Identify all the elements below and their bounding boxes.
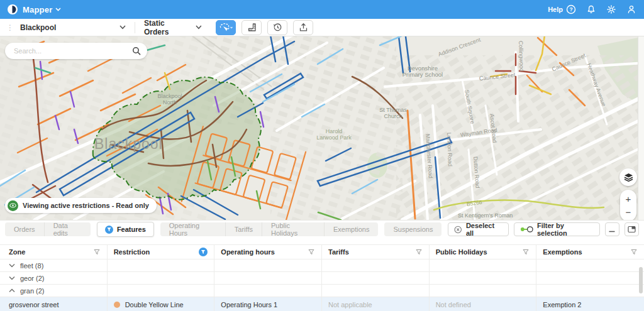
eye-icon [9, 203, 16, 208]
app-title: Mapper [23, 5, 52, 14]
column-header-tariffs[interactable]: Tariffs [322, 245, 430, 259]
panel-tabbar: Orders Data edits Features Operating Hou… [0, 221, 644, 238]
tab-features[interactable]: Features [97, 222, 154, 237]
column-header-zone[interactable]: Zone [0, 245, 108, 259]
settings-gear-icon[interactable] [606, 4, 616, 14]
drag-handle-icon[interactable]: ⋮ [6, 23, 14, 32]
read-only-status-badge: Viewing active restrictions - Read only [5, 198, 157, 213]
tab-operating-hours[interactable]: Operating Hours [160, 222, 225, 236]
filter-icon[interactable] [93, 248, 101, 256]
data-panel: Orders Data edits Features Operating Hou… [0, 220, 644, 311]
panel-layout-icon [628, 226, 636, 233]
filter-by-selection-label: Filter by selection [537, 222, 594, 237]
tab-orders[interactable]: Orders [5, 222, 44, 236]
group-label: gran (2) [20, 287, 45, 295]
eye-badge [8, 200, 18, 211]
lasso-select-icon [219, 23, 233, 33]
filter-icon[interactable] [522, 248, 530, 256]
toolbar-divider [135, 22, 135, 33]
filter-active-icon[interactable] [199, 248, 208, 256]
tab-data-edits[interactable]: Data edits [44, 222, 91, 236]
svg-text:?: ? [569, 6, 572, 13]
table-row-grosvenor-street[interactable]: grosvenor street Double Yellow Line Oper… [0, 297, 644, 311]
order-type-selector[interactable]: Static Orders [144, 19, 202, 36]
notifications-bell-icon[interactable] [586, 4, 596, 14]
export-button[interactable] [293, 20, 313, 35]
deselect-all-button[interactable]: Deselect all [448, 222, 508, 236]
column-label: Restriction [114, 248, 150, 256]
filter-icon[interactable] [415, 248, 423, 256]
tab-suspensions[interactable]: Suspensions [384, 222, 441, 236]
restriction-color-dot [114, 302, 120, 308]
layers-icon [624, 173, 633, 182]
tab-group-right: Suspensions [384, 222, 441, 236]
tab-group-left: Orders Data edits [5, 222, 91, 236]
cell-tariffs[interactable]: Not applicable [322, 297, 430, 311]
app-header: Mapper Help ? [0, 0, 644, 19]
column-label: Operating hours [221, 248, 275, 256]
region-selector[interactable]: Blackpool [20, 23, 126, 32]
tab-group-middle: Operating Hours Tariffs Public Holidays … [160, 222, 379, 236]
history-button[interactable] [267, 20, 287, 35]
cell-zone[interactable]: grosvenor street [0, 297, 108, 311]
chevron-down-icon [119, 25, 126, 30]
app-logo-icon [8, 4, 18, 14]
column-header-public-holidays[interactable]: Public Holidays [430, 245, 537, 259]
column-label: Zone [9, 248, 25, 256]
features-filter-badge [105, 226, 113, 234]
cell-restriction[interactable]: Double Yellow Line [108, 297, 215, 311]
map-view[interactable]: Blackpool Blackpool North Devonshire Pri… [0, 36, 644, 220]
scrollbar-thumb[interactable] [639, 267, 643, 293]
zoom-in-button[interactable]: + [626, 194, 631, 204]
group-row-gran[interactable]: gran (2) [0, 285, 644, 297]
tab-exemptions[interactable]: Exemptions [324, 222, 378, 236]
chevron-up-icon[interactable] [9, 288, 15, 293]
column-header-exemptions[interactable]: Exemptions [536, 245, 644, 259]
tab-tariffs[interactable]: Tariffs [225, 222, 262, 236]
deselect-all-label: Deselect all [466, 222, 502, 237]
upload-icon [299, 23, 308, 32]
history-clock-icon [273, 23, 282, 32]
column-label: Exemptions [543, 248, 582, 256]
filter-icon[interactable] [630, 248, 638, 256]
layers-button[interactable] [619, 168, 637, 186]
app-menu-chevron-icon[interactable] [55, 8, 61, 11]
column-header-restriction[interactable]: Restriction [108, 245, 215, 259]
chevron-down-icon[interactable] [9, 276, 15, 280]
cell-operating-hours[interactable]: Operating Hours 1 [214, 297, 322, 311]
search-icon[interactable] [132, 46, 141, 55]
group-label: geor (2) [20, 275, 45, 282]
status-badge-text: Viewing active restrictions - Read only [23, 202, 149, 209]
collapsed-side-panel[interactable] [638, 36, 644, 220]
user-account-icon[interactable] [626, 4, 636, 14]
zoom-out-button[interactable]: − [626, 207, 631, 217]
chevron-down-icon [196, 25, 202, 30]
cell-exemptions[interactable]: Exemption 2 [536, 297, 644, 311]
measure-button[interactable] [242, 20, 262, 35]
chevron-down-icon[interactable] [9, 263, 15, 268]
column-label: Public Holidays [436, 248, 487, 256]
tab-public-holidays[interactable]: Public Holidays [262, 222, 324, 236]
table-scrollbar[interactable] [639, 263, 643, 310]
filter-icon[interactable] [308, 248, 315, 256]
filter-by-selection-button[interactable]: Filter by selection [514, 222, 600, 236]
minimize-panel-button[interactable] [605, 222, 619, 236]
lasso-select-button[interactable] [216, 20, 236, 35]
group-row-fleet[interactable]: fleet (8) [0, 259, 644, 272]
selection-toggle-icon [520, 226, 533, 233]
cell-public-holidays[interactable]: Not defined [430, 297, 537, 311]
expand-panel-button[interactable] [625, 222, 639, 236]
features-table: Zone Restriction Operating hours Tariffs… [0, 244, 644, 311]
order-type-value: Static Orders [144, 19, 191, 36]
map-toolbar: ⋮ Blackpool Static Orders [0, 19, 644, 36]
zoom-controls: + − [620, 190, 636, 220]
group-row-geor[interactable]: geor (2) [0, 272, 644, 285]
column-header-operating-hours[interactable]: Operating hours [214, 245, 322, 259]
question-icon: ? [566, 4, 576, 14]
search-input[interactable] [14, 47, 132, 55]
deselect-icon [454, 226, 462, 234]
help-button[interactable]: Help ? [548, 4, 576, 14]
ruler-icon [247, 23, 257, 32]
map-canvas[interactable] [0, 36, 644, 220]
table-header-row: Zone Restriction Operating hours Tariffs… [0, 244, 644, 259]
